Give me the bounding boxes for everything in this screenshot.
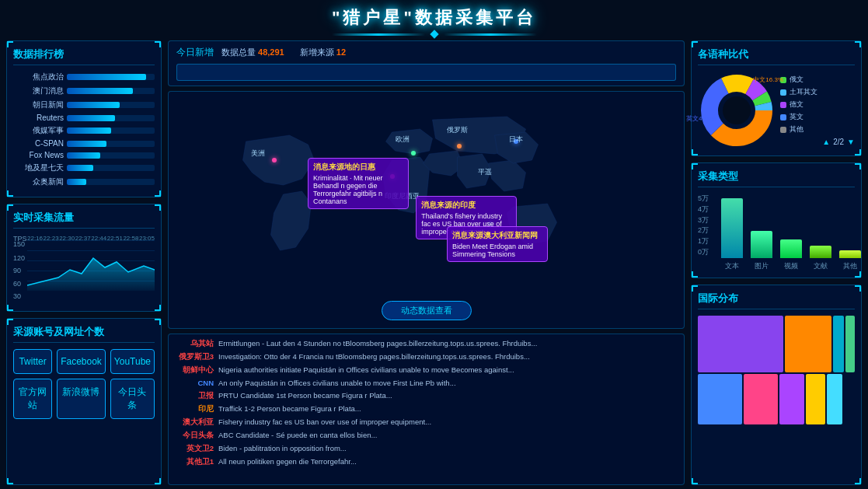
news-row: 乌其站 Ermittlungen - Laut den 4 Stunden no… [175,339,678,349]
ranking-row: C-SPAN [13,139,155,148]
news-row: 卫报 PRTU Candidate 1st Person became Figu… [175,391,678,401]
source-btn-facebook[interactable]: Facebook [57,349,106,374]
map-label-america: 美洲 [251,148,265,159]
lang-content: 中文16.3% 英文48.0% 俄文 土耳其文 德文 [698,72,855,149]
map-popup-title-0: 消息来源地的日惠 [313,162,403,173]
dynamic-btn[interactable]: 动态数据查看 [382,301,472,320]
treemap-cell [833,316,844,372]
bar-col: 文本 [721,198,743,271]
legend-label-english: 英文 [790,112,804,122]
news-row: 朝鲜中心 Nigeria authorities initiate Paquis… [175,365,678,375]
bar-y-3w: 3万 [698,215,709,225]
treemap [698,316,855,424]
news-row: 澳大利亚 Fishery industry fac es US ban over… [175,417,678,428]
rankings-list: 焦点政治 澳门消息 朝日新闻 Reuters 俄媒军事 C-SPAN Fox N… [13,72,155,187]
today-stat-0: 数据总量 48,291 [221,47,284,58]
bar-rect [780,239,802,258]
source-btn-official[interactable]: 官方网站 [13,379,52,419]
ranking-bar [67,127,111,134]
tps-panel: 实时采集流量 TPS 150 120 90 60 30 [6,204,162,312]
news-text: ABC Candidate - Sé puede en canta ellos … [218,431,678,440]
news-text: PRTU Candidate 1st Person became Figura … [218,391,678,400]
ranking-label: 俄媒军事 [13,125,64,136]
center-panel: 今日新增 数据总量 48,291 新增来源 12 [168,40,685,485]
sources-title: 采源账号及网址个数 [13,325,155,343]
source-btn-twitter[interactable]: Twitter [13,349,52,374]
news-source: 俄罗斯卫3 [175,352,214,362]
news-source: 朝鲜中心 [175,365,214,375]
ranking-bar [67,141,106,147]
source-btn-youtube[interactable]: YouTube [110,349,155,374]
page-title: "猎户星"数据采集平台 [0,6,868,30]
ranking-label: 朝日新闻 [13,100,64,110]
legend-item-other: 其他 [780,124,855,134]
map-area: 美洲 欧洲 俄罗斯 日本 印度尼西亚 平遥 澳大利亚 消息来源地的日惠 Krim… [168,91,685,329]
bar-col: 文献 [810,246,831,271]
news-row: 印尼 Traffick 1-2 Person became Figura r P… [175,404,678,414]
donut-label-english: 英文48.0% [686,114,716,123]
page-prev[interactable]: ▲ [822,138,830,146]
rankings-title: 数据排行榜 [13,47,155,65]
legend-label-russian: 俄文 [790,75,804,85]
bar-col: 视频 [780,239,802,271]
ranking-bar-bg [67,74,155,80]
page-next[interactable]: ▼ [847,138,855,146]
ranking-bar [67,165,93,171]
source-btn-weibo[interactable]: 新浪微博 [57,379,106,419]
tps-y-90: 90 [13,267,21,274]
treemap-cell [698,316,783,372]
news-source: CNN [175,379,214,387]
rankings-panel: 数据排行榜 焦点政治 澳门消息 朝日新闻 Reuters 俄媒军事 C-SPAN… [6,40,162,197]
svg-marker-0 [27,258,155,291]
lang-legend: 俄文 土耳其文 德文 英文 [780,75,855,146]
today-header: 今日新增 数据总量 48,291 新增来源 12 [176,46,676,59]
ranking-label: Fox News [13,151,64,159]
treemap-cell [779,374,804,424]
bar-y-0w: 0万 [698,247,709,257]
map-label-pingyao: 平遥 [478,167,492,177]
region-title: 国际分布 [698,292,855,309]
treemap-cell [744,374,778,424]
treemap-row2 [698,374,855,424]
news-text: Ermittlungen - Laut den 4 Stunden no tBl… [218,339,678,348]
legend-item-turkish: 土耳其文 [780,87,855,97]
ranking-label: C-SPAN [13,139,64,148]
header-line-left [332,33,425,36]
news-row: 英文卫2 Biden - pablitration in opposition … [175,444,678,454]
map-label-russia: 俄罗斯 [447,125,468,135]
legend-item-german: 德文 [780,100,855,110]
treemap-cell [806,374,824,424]
ranking-bar [67,74,146,80]
legend-item-english: 英文 [780,112,855,122]
bar-rect [839,250,861,258]
today-search-bar[interactable] [176,64,676,81]
ranking-bar-bg [67,141,155,147]
news-list-panel: 乌其站 Ermittlungen - Laut den 4 Stunden no… [168,334,685,485]
ranking-row: 众奥新闻 [13,176,155,187]
bar-chart-wrapper: 5万 4万 3万 2万 1万 0万 文本 图片 视频 文献 其他 [698,194,855,271]
map-popup-title-2: 消息来源澳大利亚新闻网 [452,230,542,241]
news-row: 其他卫1 All neun politiken gegen die Terror… [175,457,678,467]
map-dot-1 [411,151,416,155]
news-source: 澳大利亚 [175,417,214,428]
sources-panel: 采源账号及网址个数 Twitter Facebook YouTube 官方网站 … [6,318,162,485]
map-popup-text-0: Kriminalität · Mit neuer Behandl n gegen… [313,174,403,205]
bar-label: 文献 [814,261,828,271]
source-buttons: Twitter Facebook YouTube 官方网站 新浪微博 今日头条 [13,349,155,419]
ranking-bar [67,115,115,121]
svg-point-7 [723,96,751,124]
bar-rect [810,246,831,258]
ranking-bar [67,88,133,94]
news-source: 其他卫1 [175,457,214,467]
region-panel: 国际分布 [691,285,862,485]
map-label-europe: 欧洲 [396,134,410,145]
news-source: 乌其站 [175,339,214,349]
news-source: 英文卫2 [175,444,214,454]
source-btn-toutiao[interactable]: 今日头条 [110,379,155,419]
treemap-cell [827,374,842,424]
legend-label-other: 其他 [790,124,804,134]
header-diamond [430,30,438,38]
ranking-label: Reuters [13,114,64,122]
header-decorations [0,31,868,37]
header: "猎户星"数据采集平台 [0,0,868,40]
